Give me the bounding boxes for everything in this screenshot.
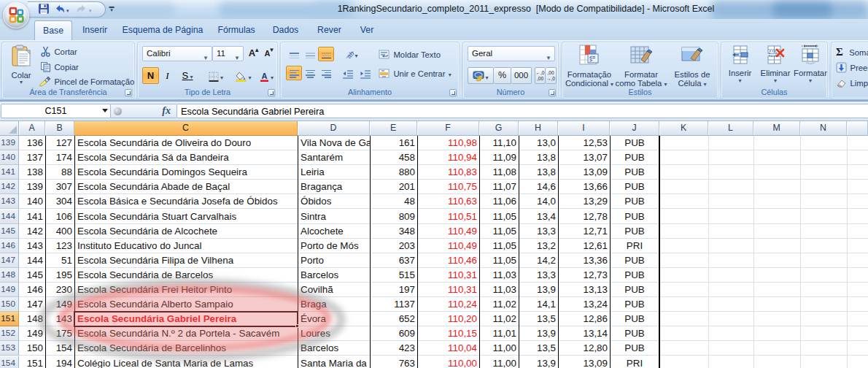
row-header-145[interactable]: 145 — [0, 224, 19, 239]
column-header-B[interactable]: B — [45, 121, 74, 135]
cell-J154[interactable]: PRI — [610, 356, 659, 368]
qat-customize-button[interactable]: ▬▾ — [106, 4, 117, 12]
undo-button[interactable] — [53, 3, 67, 17]
cell-G147[interactable]: 11,05 — [479, 253, 519, 268]
cell-A143[interactable]: 140 — [19, 194, 45, 209]
cell-I141[interactable]: 13,09 — [558, 165, 610, 180]
column-header-N[interactable]: N — [800, 121, 847, 135]
cell-D151[interactable]: Évora — [298, 312, 370, 326]
fill-button[interactable]: Preencher — [836, 61, 868, 73]
cell-B150[interactable]: 149 — [45, 297, 74, 312]
font-color-button[interactable]: A ▾ — [256, 67, 277, 84]
grow-font-button[interactable]: A▲ — [247, 46, 262, 61]
cell-H154[interactable]: 13,9 — [519, 356, 558, 368]
cell-H149[interactable]: 13,9 — [519, 283, 558, 297]
cell-D150[interactable]: Braga — [298, 297, 370, 312]
cell-F152[interactable]: 110,15 — [417, 326, 479, 341]
decrease-indent-button[interactable] — [339, 66, 357, 80]
row-header-151[interactable]: 151 — [0, 312, 19, 326]
cell-A144[interactable]: 141 — [19, 210, 45, 224]
cell-G139[interactable]: 11,10 — [479, 136, 519, 150]
alignment-dialog-launcher[interactable] — [449, 89, 457, 96]
cell-D141[interactable]: Leiria — [298, 165, 370, 180]
cell-G149[interactable]: 11,03 — [479, 283, 519, 297]
cell-E150[interactable]: 1137 — [370, 297, 417, 312]
cell-styles-button[interactable]: Estilos deCélula ▾ — [667, 44, 717, 89]
cell-I145[interactable]: 12,71 — [558, 224, 610, 239]
cell-C154[interactable]: Colégio Liceal de Santa Maria de Lamas — [74, 356, 298, 368]
cell-D144[interactable]: Sintra — [298, 210, 370, 224]
fill-handle[interactable] — [295, 324, 299, 328]
cell-B152[interactable]: 175 — [45, 326, 74, 341]
cell-I148[interactable]: 12,73 — [558, 268, 610, 283]
cell-E152[interactable]: 609 — [370, 326, 417, 341]
select-all-corner[interactable] — [0, 121, 19, 135]
cell-A149[interactable]: 146 — [19, 283, 45, 297]
cell-I152[interactable]: 13,14 — [558, 326, 610, 341]
cell-I139[interactable]: 12,53 — [558, 136, 610, 150]
cell-G153[interactable]: 11,00 — [479, 341, 519, 356]
column-header-F[interactable]: F — [417, 121, 479, 135]
number-format-combo[interactable]: Geral▼ — [468, 46, 555, 61]
column-header-E[interactable]: E — [370, 121, 417, 135]
cell-H143[interactable]: 14,0 — [519, 194, 558, 209]
cell-I150[interactable]: 13,24 — [558, 297, 610, 312]
clear-button[interactable]: Limpar — [836, 76, 868, 88]
tab-f-rmulas[interactable]: Fórmulas — [211, 20, 262, 40]
clipboard-dialog-launcher[interactable] — [125, 89, 132, 96]
cell-J142[interactable]: PUB — [610, 180, 659, 194]
cell-E141[interactable]: 880 — [370, 165, 417, 180]
cell-B144[interactable]: 106 — [45, 210, 74, 224]
cell-B153[interactable]: 154 — [45, 341, 74, 356]
cell-D143[interactable]: Óbidos — [298, 194, 370, 209]
cell-D149[interactable]: Covilhã — [298, 283, 370, 297]
increase-indent-button[interactable] — [357, 66, 374, 80]
cell-J150[interactable]: PUB — [610, 297, 659, 312]
cell-I146[interactable]: 12,61 — [558, 239, 610, 253]
format-as-table-button[interactable]: Formatarcomo Tabela ▾ — [615, 44, 667, 89]
insert-function-button[interactable]: fx — [162, 105, 171, 117]
cell-H151[interactable]: 13,5 — [519, 312, 558, 326]
column-header-M[interactable]: M — [753, 121, 800, 135]
row-header-147[interactable]: 147 — [0, 253, 19, 268]
cell-C147[interactable]: Escola Secundária Filipa de Vilhena — [74, 253, 298, 268]
cell-B146[interactable]: 123 — [45, 239, 74, 253]
tab-rever[interactable]: Rever — [309, 20, 349, 40]
align-right-button[interactable] — [318, 66, 334, 80]
cell-H152[interactable]: 13,9 — [519, 326, 558, 341]
redo-button[interactable] — [74, 3, 89, 17]
cell-D147[interactable]: Porto — [298, 253, 370, 268]
column-header-A[interactable]: A — [19, 121, 45, 135]
insert-cells-button[interactable]: Inserir ▾ — [723, 44, 757, 84]
cell-E147[interactable]: 637 — [370, 253, 417, 268]
cell-C149[interactable]: Escola Secundária Frei Heitor Pinto — [74, 283, 298, 297]
cell-G150[interactable]: 11,02 — [479, 297, 519, 312]
cell-D154[interactable]: Santa Maria da Feira — [298, 356, 370, 368]
cell-J140[interactable]: PUB — [610, 150, 659, 165]
number-dialog-launcher[interactable] — [549, 89, 556, 96]
cell-A142[interactable]: 139 — [19, 180, 45, 194]
cell-E153[interactable]: 423 — [370, 341, 417, 356]
cell-J141[interactable]: PUB — [610, 165, 659, 180]
cell-F153[interactable]: 110,04 — [417, 341, 479, 356]
cell-A148[interactable]: 145 — [19, 268, 45, 283]
font-dialog-launcher[interactable] — [268, 89, 275, 96]
align-center-button[interactable] — [302, 66, 318, 80]
cell-E144[interactable]: 809 — [370, 210, 417, 224]
column-header-L[interactable]: L — [708, 121, 753, 135]
cell-C139[interactable]: Escola Secundária de Oliveira do Douro — [74, 136, 298, 150]
bold-button[interactable]: N — [142, 67, 159, 84]
row-header-153[interactable]: 153 — [0, 341, 19, 356]
cell-A141[interactable]: 138 — [19, 165, 45, 180]
cell-I140[interactable]: 13,07 — [558, 150, 610, 165]
borders-button[interactable]: ▾ — [204, 67, 228, 84]
cell-A153[interactable]: 150 — [19, 341, 45, 356]
cell-B143[interactable]: 304 — [45, 194, 74, 209]
column-header-partial[interactable] — [847, 121, 868, 135]
cell-G145[interactable]: 11,05 — [479, 224, 519, 239]
cell-G148[interactable]: 11,03 — [479, 268, 519, 283]
cell-D139[interactable]: Vila Nova de Gaia — [298, 136, 370, 150]
column-header-K[interactable]: K — [659, 121, 708, 135]
cell-D153[interactable]: Barcelos — [298, 341, 370, 356]
cell-C141[interactable]: Escola Secundária Domingos Sequeira — [74, 165, 298, 180]
